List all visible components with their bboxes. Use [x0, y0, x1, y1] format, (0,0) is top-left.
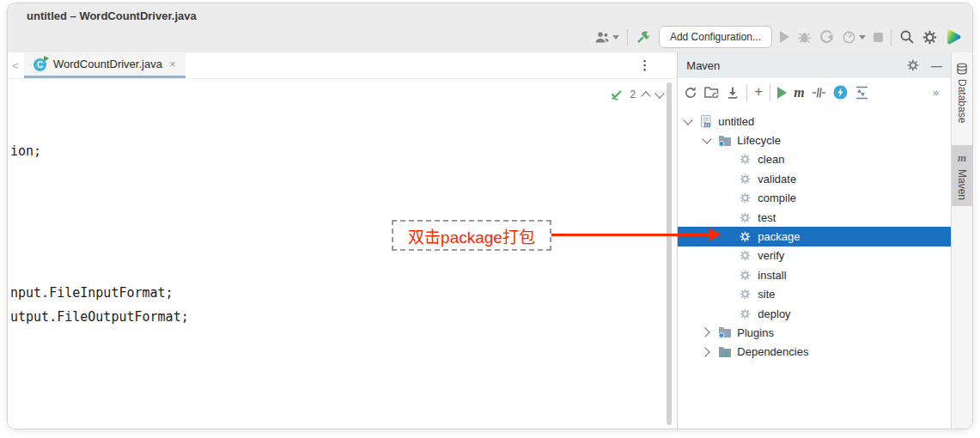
tree-node-dependencies[interactable]: Dependencies — [678, 343, 951, 362]
annotation-arrow-head — [709, 228, 721, 241]
tree-label: install — [758, 269, 786, 282]
hidden-tabs-icon[interactable]: < — [12, 59, 19, 72]
tab-label: WordCountDriver.java — [53, 58, 162, 70]
tree-label: deploy — [758, 307, 790, 320]
profiler-icon — [842, 30, 856, 45]
profiler-button[interactable] — [842, 30, 866, 45]
gear-icon — [740, 289, 752, 300]
gear-icon — [922, 30, 937, 45]
coverage-icon — [819, 30, 834, 45]
toolbar-overflow-button[interactable]: » — [933, 87, 940, 99]
chevron-down-icon — [612, 35, 619, 40]
search-icon — [899, 29, 915, 45]
code-line: ion; — [10, 143, 41, 159]
dependencies-icon — [718, 346, 732, 358]
generate-sources-button[interactable] — [704, 86, 719, 99]
tree-node-untitled[interactable]: m untitled — [678, 112, 951, 131]
offline-mode-button[interactable] — [833, 85, 848, 100]
gear-icon — [740, 212, 752, 223]
toolbar-divider — [627, 28, 628, 46]
editor-column: < C WordCountDriver.java × ⋮ — [8, 52, 678, 429]
tree-label: Lifecycle — [737, 134, 781, 147]
maven-goal-deploy[interactable]: deploy — [678, 304, 951, 323]
search-everywhere-button[interactable] — [899, 29, 915, 45]
editor-body[interactable]: 2 ion; nput.FileInputFormat; utput.FileO… — [8, 79, 677, 429]
chevron-down-icon[interactable] — [684, 115, 693, 125]
run-maven-build-button[interactable] — [777, 87, 787, 99]
execute-maven-goal-button[interactable]: m — [794, 85, 804, 100]
maven-goal-site[interactable]: site — [678, 285, 951, 304]
code-line: utput.FileOutputFormat; — [10, 309, 189, 325]
settings-button[interactable] — [922, 30, 937, 45]
chevron-right-icon[interactable] — [701, 328, 710, 338]
tree-label: validate — [758, 173, 796, 186]
panel-settings-button[interactable] — [907, 59, 919, 71]
annotation-callout: 双击package打包 — [392, 220, 551, 251]
run-icon — [780, 31, 789, 43]
tool-tab-maven[interactable]: m Maven — [952, 145, 972, 206]
maven-goal-compile[interactable]: compile — [678, 189, 951, 208]
debug-button[interactable] — [797, 30, 812, 45]
tree-label: untitled — [718, 115, 754, 128]
maven-goal-install[interactable]: install — [678, 265, 951, 284]
gear-icon — [740, 173, 752, 185]
tool-tab-database[interactable]: Database — [952, 57, 972, 129]
maven-goal-validate[interactable]: validate — [678, 169, 951, 188]
close-icon[interactable]: × — [169, 58, 176, 70]
maven-goal-clean[interactable]: clean — [678, 150, 951, 169]
code-with-me-button[interactable] — [594, 31, 619, 44]
tree-label: compile — [758, 192, 796, 204]
title-bar: untitled – WordCountDriver.java — [8, 3, 972, 53]
chevron-down-icon[interactable] — [703, 134, 712, 143]
gear-icon — [740, 270, 752, 281]
chevron-right-icon[interactable] — [701, 347, 710, 356]
prev-issue-button[interactable] — [642, 91, 651, 100]
inspections-widget: 2 — [610, 88, 664, 101]
lifecycle-folder-icon — [718, 135, 732, 147]
tree-label: clean — [758, 153, 784, 166]
reload-maven-button[interactable] — [684, 86, 697, 100]
svg-text:m: m — [703, 119, 710, 128]
runnable-badge-icon — [44, 56, 49, 62]
bug-icon — [797, 30, 812, 45]
code-line: nput.FileInputFormat; — [10, 285, 173, 301]
hide-panel-button[interactable]: — — [931, 59, 942, 72]
users-icon — [594, 31, 610, 44]
maven-goal-test[interactable]: test — [678, 208, 951, 227]
download-sources-button[interactable] — [726, 86, 740, 100]
chevron-down-icon — [859, 35, 866, 40]
tree-label: Plugins — [737, 326, 774, 339]
tree-label: verify — [758, 249, 784, 262]
add-configuration-button[interactable]: Add Configuration... — [659, 26, 772, 48]
tree-node-plugins[interactable]: Plugins — [678, 323, 951, 342]
tab-options-menu[interactable]: ⋮ — [638, 58, 651, 73]
editor-scrollbar[interactable] — [667, 82, 672, 425]
tree-node-lifecycle[interactable]: Lifecycle — [678, 131, 951, 149]
maven-goal-verify[interactable]: verify — [678, 246, 951, 265]
tree-label: site — [758, 288, 775, 301]
gear-icon — [740, 231, 752, 242]
java-class-icon: C — [33, 58, 48, 71]
run-button[interactable] — [780, 31, 789, 43]
main-toolbar: Add Configuration... — [594, 26, 962, 48]
toolbar-divider — [746, 84, 747, 101]
add-maven-project-button[interactable]: + — [754, 83, 763, 100]
maven-project-icon: m — [699, 115, 713, 128]
plugin-logo-button[interactable] — [945, 28, 962, 46]
tab-wordcountdriver[interactable]: C WordCountDriver.java × — [24, 52, 186, 78]
toolbar-divider — [891, 28, 892, 46]
maven-m-icon: m — [958, 151, 966, 165]
stop-button[interactable] — [873, 33, 883, 42]
skip-tests-button[interactable] — [812, 86, 826, 100]
coverage-button[interactable] — [819, 30, 834, 45]
expand-all-button[interactable] — [855, 86, 869, 100]
maven-toolbar: + m — [678, 78, 951, 106]
tree-label: Dependencies — [737, 345, 808, 358]
inspection-check-icon — [610, 88, 624, 101]
inspection-count: 2 — [630, 88, 636, 100]
right-tool-stripe: Database m Maven — [951, 52, 972, 429]
next-issue-button[interactable] — [655, 88, 665, 98]
tree-label: test — [758, 211, 776, 224]
ide-window: untitled – WordCountDriver.java — [7, 3, 973, 429]
build-button[interactable] — [636, 29, 651, 45]
